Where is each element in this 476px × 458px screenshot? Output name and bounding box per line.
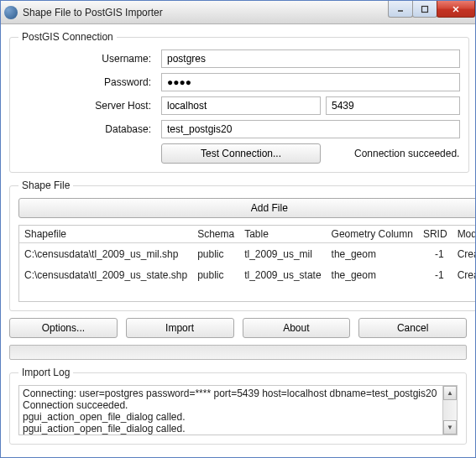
database-label: Database:	[18, 123, 161, 135]
log-line: Connection succeeded.	[23, 399, 438, 411]
action-row: Options... Import About Cancel	[9, 318, 467, 338]
cell-table[interactable]: tl_2009_us_state	[239, 264, 326, 285]
svg-rect-1	[422, 6, 428, 12]
maximize-button[interactable]	[412, 1, 437, 18]
options-button[interactable]: Options...	[9, 318, 118, 338]
close-button[interactable]	[437, 1, 475, 18]
add-file-button[interactable]: Add File	[18, 198, 476, 218]
cell-shapefile[interactable]: C:\censusdata\tl_2009_us_mil.shp	[19, 243, 192, 265]
window-title: Shape File to PostGIS Importer	[23, 7, 163, 18]
cell-geom[interactable]: the_geom	[327, 264, 418, 285]
host-input[interactable]	[161, 96, 321, 115]
cell-srid[interactable]: -1	[418, 243, 452, 265]
titlebar: Shape File to PostGIS Importer	[1, 1, 475, 24]
cell-schema[interactable]: public	[192, 264, 239, 285]
cell-table[interactable]: tl_2009_us_mil	[239, 243, 326, 265]
minimize-button[interactable]	[388, 1, 413, 18]
table-row	[19, 285, 476, 302]
col-mode[interactable]: Mode	[452, 226, 476, 243]
window-controls	[389, 1, 475, 18]
log-scrollbar[interactable]: ▲ ▼	[442, 386, 457, 435]
shape-file-group: Shape File Add File Shapefile Schema Tab…	[9, 180, 476, 311]
log-line: Connecting: user=postgres password=**** …	[23, 388, 438, 399]
col-geom[interactable]: Geometry Column	[327, 226, 418, 243]
import-log-legend: Import Log	[18, 367, 73, 378]
col-shapefile[interactable]: Shapefile	[19, 226, 192, 243]
import-button[interactable]: Import	[126, 318, 234, 338]
postgis-connection-legend: PostGIS Connection	[18, 31, 117, 43]
connection-status: Connection succeeded.	[354, 148, 459, 159]
cell-shapefile[interactable]: C:\censusdata\tl_2009_us_state.shp	[19, 264, 192, 285]
cell-mode[interactable]: Create	[452, 264, 476, 285]
postgis-connection-group: PostGIS Connection Username: Password: S…	[9, 31, 469, 173]
port-input[interactable]	[326, 96, 460, 115]
log-box[interactable]: Connecting: user=postgres password=**** …	[18, 385, 458, 435]
database-input[interactable]	[161, 120, 460, 138]
log-line: pgui_action_open_file_dialog called.	[23, 423, 438, 435]
password-input[interactable]	[161, 73, 460, 91]
progress-bar	[9, 345, 467, 360]
cell-mode[interactable]: Create	[452, 243, 476, 265]
col-table[interactable]: Table	[239, 226, 326, 243]
about-button[interactable]: About	[243, 318, 351, 338]
username-label: Username:	[18, 53, 161, 65]
password-label: Password:	[18, 76, 161, 88]
log-line: pgui_action_open_file_dialog called.	[23, 411, 438, 423]
col-srid[interactable]: SRID	[418, 226, 452, 243]
test-connection-button[interactable]: Test Connection...	[161, 143, 321, 164]
cell-schema[interactable]: public	[192, 243, 239, 265]
table-row[interactable]: C:\censusdata\tl_2009_us_mil.shppublictl…	[19, 243, 476, 265]
col-schema[interactable]: Schema	[192, 226, 239, 243]
shapefile-table-wrap: Shapefile Schema Table Geometry Column S…	[18, 225, 476, 302]
scroll-up-icon[interactable]: ▲	[443, 386, 457, 400]
shape-file-legend: Shape File	[18, 180, 73, 191]
cancel-button[interactable]: Cancel	[358, 318, 467, 338]
import-log-group: Import Log Connecting: user=postgres pas…	[9, 367, 467, 445]
server-host-label: Server Host:	[18, 100, 161, 112]
shapefile-table: Shapefile Schema Table Geometry Column S…	[19, 226, 476, 302]
scroll-down-icon[interactable]: ▼	[443, 420, 457, 435]
table-row[interactable]: C:\censusdata\tl_2009_us_state.shppublic…	[19, 264, 476, 285]
cell-geom[interactable]: the_geom	[327, 243, 418, 265]
cell-srid[interactable]: -1	[418, 264, 452, 285]
username-input[interactable]	[161, 49, 460, 68]
app-icon	[4, 6, 18, 19]
